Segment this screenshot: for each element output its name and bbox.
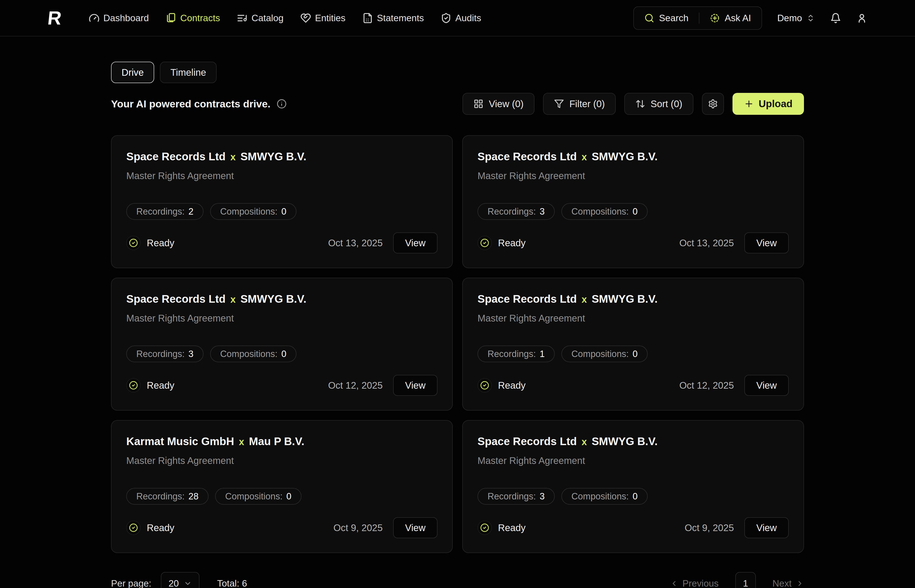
compositions-pill: Compositions: 0 [210,203,296,220]
card-footer-right: Oct 13, 2025 View [328,233,437,254]
total-count: Total: 6 [217,578,247,588]
x-separator: x [230,152,236,162]
contract-card: Space Records Ltd x SMWYG B.V. Master Ri… [111,278,453,410]
view-button[interactable]: View [393,375,437,396]
contract-card: Karmat Music GmbH x Mau P B.V. Master Ri… [111,420,453,553]
nav-statements[interactable]: Statements [362,13,424,24]
ask-ai-button[interactable]: Ask AI [700,13,761,23]
compositions-pill: Compositions: 0 [215,488,301,505]
nav-audits[interactable]: Audits [440,13,481,24]
next-page-button[interactable]: Next [772,578,804,588]
contract-date: Oct 12, 2025 [679,380,734,391]
search-button[interactable]: Search [634,13,699,23]
view-options-button[interactable]: View (0) [463,93,534,115]
x-separator: x [239,436,244,447]
toolbar-left: Your AI powered contracts drive. [111,98,287,110]
view-button[interactable]: View [744,375,789,396]
agreement-type: Master Rights Agreement [126,313,437,324]
top-nav: R Dashboard Contracts Catalog Entities S… [0,0,915,36]
party-b: SMWYG B.V. [592,292,658,305]
card-footer: Ready Oct 13, 2025 View [478,233,789,254]
card-footer-right: Oct 13, 2025 View [679,233,789,254]
tab-timeline[interactable]: Timeline [160,62,217,83]
view-button[interactable]: View [393,233,437,254]
view-button[interactable]: View [744,233,789,254]
settings-button[interactable] [702,93,724,115]
ai-sparkle-icon [710,13,720,23]
check-circle-icon [478,378,492,393]
agreement-type: Master Rights Agreement [478,313,789,324]
toolbar-actions: View (0) Filter (0) Sort (0) Upload [463,93,804,115]
page-number-button[interactable]: 1 [735,572,756,588]
compositions-label: Compositions: [572,207,629,217]
compositions-pill: Compositions: 0 [561,346,648,362]
compositions-pill: Compositions: 0 [561,488,648,505]
nav-entities[interactable]: Entities [300,13,345,24]
check-circle-icon [126,236,141,250]
contract-title: Space Records Ltd x SMWYG B.V. [126,292,437,305]
card-footer: Ready Oct 13, 2025 View [126,233,437,254]
status-text: Ready [498,237,526,249]
org-switcher[interactable]: Demo [777,13,815,23]
per-page-controls: Per page: 20 Total: 6 [111,572,247,588]
header-actions: Search Ask AI Demo [633,6,867,30]
contracts-drive-page: Drive Timeline Your AI powered contracts… [0,62,915,588]
shield-check-icon [440,13,452,24]
contract-date: Oct 13, 2025 [328,237,383,249]
compositions-label: Compositions: [572,349,629,359]
view-button[interactable]: View [393,517,437,538]
party-a: Space Records Ltd [126,292,226,305]
status-text: Ready [147,522,175,533]
party-b: SMWYG B.V. [592,150,658,163]
view-button[interactable]: View [744,517,789,538]
per-page-select[interactable]: 20 [161,572,199,588]
gear-icon [708,99,718,109]
tab-drive[interactable]: Drive [111,62,154,83]
file-report-icon [362,13,373,24]
chevrons-up-down-icon [806,14,815,23]
contract-title: Space Records Ltd x SMWYG B.V. [478,292,789,305]
sort-button[interactable]: Sort (0) [624,93,693,115]
compositions-value: 0 [633,491,638,502]
count-pills: Recordings: 2 Compositions: 0 [126,203,437,220]
info-icon[interactable] [277,99,287,109]
check-circle-icon [478,236,492,250]
bell-icon [830,13,841,24]
status-text: Ready [498,380,526,391]
contract-card: Space Records Ltd x SMWYG B.V. Master Ri… [462,420,804,553]
card-footer: Ready Oct 9, 2025 View [478,517,789,538]
previous-page-button[interactable]: Previous [670,578,719,588]
compositions-value: 0 [287,491,292,502]
recordings-pill: Recordings: 3 [478,203,555,220]
recordings-value: 3 [540,491,545,502]
notifications-button[interactable] [830,13,841,24]
upload-button[interactable]: Upload [732,93,804,115]
contract-card: Space Records Ltd x SMWYG B.V. Master Ri… [111,135,453,268]
plus-icon [744,99,754,109]
page-subtitle: Your AI powered contracts drive. [111,98,270,110]
chevron-right-icon [796,580,804,588]
party-b: SMWYG B.V. [240,292,306,305]
nav-dashboard[interactable]: Dashboard [89,13,149,24]
recordings-pill: Recordings: 2 [126,203,204,220]
brand-logo[interactable]: R [47,8,62,27]
x-separator: x [581,152,587,162]
compositions-label: Compositions: [220,349,278,359]
funnel-icon [554,99,564,109]
contract-date: Oct 13, 2025 [679,237,734,249]
count-pills: Recordings: 3 Compositions: 0 [478,488,789,505]
count-pills: Recordings: 3 Compositions: 0 [478,203,789,220]
nav-catalog[interactable]: Catalog [236,13,283,24]
gauge-icon [89,13,100,24]
compositions-label: Compositions: [225,491,283,502]
compositions-value: 0 [633,349,638,359]
party-b: SMWYG B.V. [592,435,658,448]
contract-title: Space Records Ltd x SMWYG B.V. [478,435,789,448]
nav-contracts[interactable]: Contracts [165,13,220,24]
account-button[interactable] [857,13,867,24]
contract-date: Oct 9, 2025 [334,522,383,533]
party-a: Space Records Ltd [478,435,577,448]
card-footer: Ready Oct 12, 2025 View [478,375,789,396]
status-text: Ready [147,380,175,391]
filter-button[interactable]: Filter (0) [543,93,616,115]
